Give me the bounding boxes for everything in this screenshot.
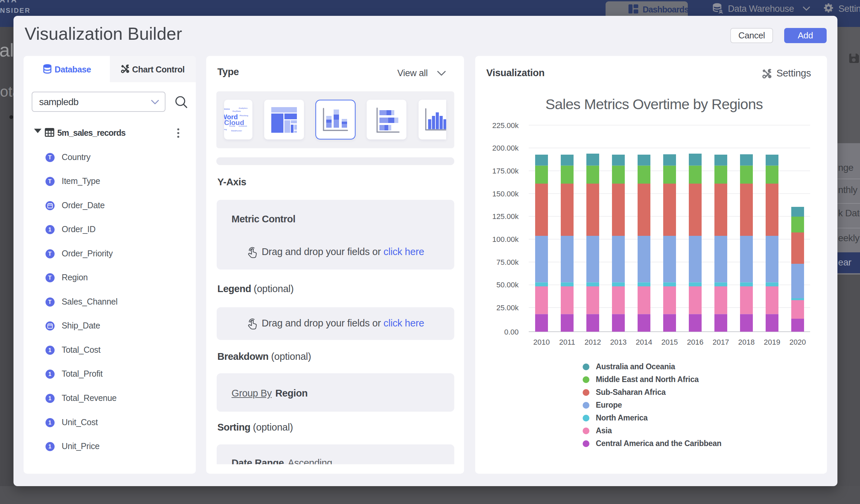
svg-text:2011: 2011: [559, 338, 575, 346]
svg-text:2012: 2012: [585, 338, 601, 346]
svg-text:100.00k: 100.00k: [492, 235, 519, 244]
svg-text:25.00k: 25.00k: [497, 304, 519, 312]
svg-text:150.00k: 150.00k: [492, 190, 519, 198]
svg-text:Sales Metrics Overtime by Regi: Sales Metrics Overtime by Regions: [545, 96, 763, 112]
svg-text:2017: 2017: [713, 338, 729, 346]
svg-text:2010: 2010: [533, 338, 550, 346]
svg-text:2014: 2014: [636, 338, 653, 346]
svg-text:175.00k: 175.00k: [492, 167, 519, 175]
svg-text:50.00k: 50.00k: [497, 280, 519, 289]
svg-text:2019: 2019: [764, 338, 780, 346]
svg-text:75.00k: 75.00k: [497, 258, 519, 267]
svg-text:2013: 2013: [610, 338, 627, 346]
svg-text:125.00k: 125.00k: [492, 212, 519, 221]
svg-text:2016: 2016: [687, 338, 704, 346]
svg-text:0.00: 0.00: [504, 328, 519, 336]
svg-text:2020: 2020: [790, 338, 806, 346]
svg-text:2018: 2018: [739, 338, 755, 346]
svg-text:2015: 2015: [661, 338, 678, 346]
svg-text:200.00k: 200.00k: [492, 144, 519, 152]
svg-text:225.00k: 225.00k: [492, 121, 519, 130]
